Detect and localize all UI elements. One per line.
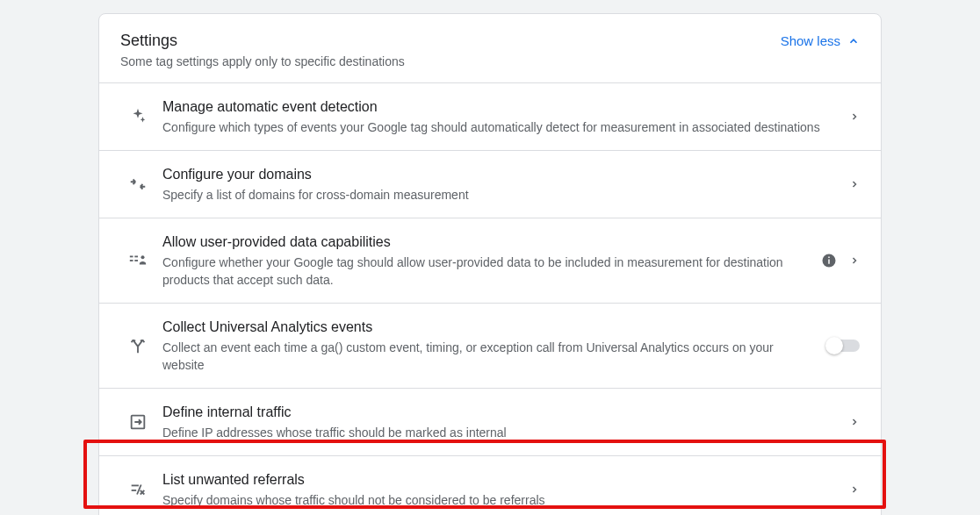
- ua-events-toggle[interactable]: [828, 340, 860, 352]
- row-desc: Define IP addresses whose traffic should…: [162, 424, 835, 441]
- row-desc: Specify domains whose traffic should not…: [162, 491, 835, 509]
- settings-header: Settings Some tag settings apply only to…: [99, 14, 881, 83]
- sparkle-icon: [113, 107, 162, 126]
- show-less-label: Show less: [781, 33, 840, 48]
- row-desc: Configure whether your Google tag should…: [162, 254, 807, 289]
- row-internal-traffic[interactable]: Define internal traffic Define IP addres…: [99, 389, 881, 456]
- row-title: Allow user-provided data capabilities: [162, 232, 807, 252]
- row-action: [821, 253, 860, 268]
- chevron-right-icon: [849, 176, 860, 192]
- svg-rect-0: [130, 256, 133, 258]
- chevron-right-icon: [849, 253, 860, 268]
- split-arrows-icon: [113, 336, 162, 355]
- row-desc: Collect an event each time a ga() custom…: [162, 339, 814, 374]
- row-unwanted-referrals[interactable]: List unwanted referrals Specify domains …: [99, 456, 881, 515]
- svg-point-4: [141, 255, 144, 259]
- merge-arrows-icon: [113, 175, 162, 194]
- settings-card: Settings Some tag settings apply only to…: [98, 13, 882, 515]
- row-action: [828, 340, 860, 352]
- enter-arrow-icon: [113, 412, 162, 432]
- row-action: [849, 109, 860, 125]
- row-text: Manage automatic event detection Configu…: [162, 97, 849, 136]
- row-text: Define internal traffic Define IP addres…: [162, 403, 849, 441]
- row-auto-event[interactable]: Manage automatic event detection Configu…: [99, 83, 881, 151]
- row-action: [849, 176, 860, 192]
- section-subtitle: Some tag settings apply only to specific…: [120, 53, 405, 70]
- show-less-button[interactable]: Show less: [781, 30, 860, 48]
- row-ua-events[interactable]: Collect Universal Analytics events Colle…: [99, 304, 881, 389]
- chevron-right-icon: [849, 109, 860, 125]
- toggle-knob: [825, 337, 843, 354]
- row-action: [849, 482, 860, 497]
- row-text: Collect Universal Analytics events Colle…: [162, 318, 828, 374]
- svg-rect-3: [134, 260, 138, 261]
- section-title: Settings: [120, 30, 405, 51]
- list-filter-x-icon: [113, 480, 162, 499]
- row-title: Configure your domains: [162, 165, 835, 184]
- row-title: Define internal traffic: [162, 403, 835, 422]
- row-text: List unwanted referrals Specify domains …: [162, 470, 849, 509]
- info-icon[interactable]: [821, 253, 837, 268]
- row-domains[interactable]: Configure your domains Specify a list of…: [99, 151, 881, 218]
- row-title: Manage automatic event detection: [162, 97, 835, 117]
- row-text: Configure your domains Specify a list of…: [162, 165, 849, 204]
- svg-rect-7: [828, 257, 830, 259]
- row-user-data[interactable]: Allow user-provided data capabilities Co…: [99, 218, 881, 304]
- row-action: [849, 414, 860, 430]
- svg-rect-2: [134, 256, 138, 258]
- row-text: Allow user-provided data capabilities Co…: [162, 232, 821, 289]
- chevron-up-icon: [847, 35, 860, 47]
- row-desc: Configure which types of events your Goo…: [162, 118, 835, 136]
- data-list-user-icon: [113, 251, 162, 270]
- row-desc: Specify a list of domains for cross-doma…: [162, 186, 835, 204]
- settings-header-left: Settings Some tag settings apply only to…: [120, 30, 405, 70]
- chevron-right-icon: [849, 482, 860, 497]
- chevron-right-icon: [849, 414, 860, 430]
- svg-rect-6: [828, 260, 830, 264]
- row-title: Collect Universal Analytics events: [162, 318, 814, 337]
- svg-rect-1: [130, 260, 133, 261]
- row-title: List unwanted referrals: [162, 470, 835, 490]
